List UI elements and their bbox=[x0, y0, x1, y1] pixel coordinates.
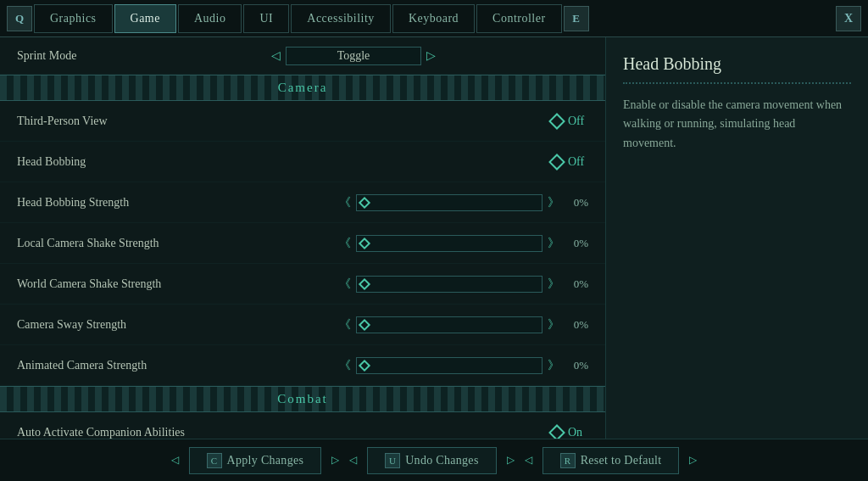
head-bobbing-value: Off bbox=[568, 155, 588, 169]
csway-thumb bbox=[359, 318, 370, 330]
local-camera-shake-label: Local Camera Shake Strength bbox=[17, 237, 339, 250]
reset-arrow-left: ◁ bbox=[525, 454, 532, 467]
third-person-view-value: Off bbox=[568, 115, 588, 128]
apply-arrow-left: ◁ bbox=[171, 454, 179, 467]
lcs-arrow-left[interactable]: 《 bbox=[339, 236, 351, 251]
main-content: Sprint Mode ◁ Toggle ▷ Camera Third-Pers… bbox=[0, 37, 868, 439]
acam-arrow-right[interactable]: 》 bbox=[548, 358, 559, 373]
sprint-arrow-right[interactable]: ▷ bbox=[426, 48, 436, 63]
apply-key: C bbox=[207, 453, 222, 468]
camera-sway-label: Camera Sway Strength bbox=[17, 318, 339, 332]
lcs-thumb bbox=[359, 237, 370, 249]
acam-arrow-left[interactable]: 《 bbox=[339, 358, 351, 373]
reset-to-default-button[interactable]: R Reset to Default bbox=[542, 447, 680, 474]
wcs-arrow-right[interactable]: 》 bbox=[548, 277, 559, 292]
camera-section-divider: Camera bbox=[0, 75, 605, 101]
hbs-thumb bbox=[359, 196, 370, 208]
local-camera-shake-control: 《 》 0% bbox=[339, 235, 588, 252]
hbs-value: 0% bbox=[565, 196, 588, 210]
tab-game[interactable]: Game bbox=[114, 4, 176, 33]
camera-sway-row: Camera Sway Strength 《 》 0% bbox=[0, 305, 605, 345]
info-panel: Head Bobbing Enable or disable the camer… bbox=[605, 37, 868, 439]
csway-value: 0% bbox=[565, 318, 588, 332]
head-bobbing-diamond-icon bbox=[548, 154, 565, 171]
local-camera-shake-row: Local Camera Shake Strength 《 》 0% bbox=[0, 223, 605, 264]
acam-track[interactable] bbox=[356, 357, 542, 374]
head-bobbing-label: Head Bobbing bbox=[17, 155, 551, 169]
hbs-arrow-left[interactable]: 《 bbox=[339, 195, 351, 210]
third-person-view-control[interactable]: Off bbox=[551, 115, 588, 128]
csway-arrow-right[interactable]: 》 bbox=[548, 317, 559, 333]
undo-arrow-left: ◁ bbox=[349, 454, 357, 467]
sprint-arrow-left[interactable]: ◁ bbox=[271, 48, 281, 63]
reset-label: Reset to Default bbox=[581, 454, 662, 467]
acam-thumb bbox=[359, 359, 370, 371]
animated-camera-row: Animated Camera Strength 《 》 0% bbox=[0, 345, 605, 386]
tab-accessibility[interactable]: Accessibility bbox=[291, 4, 391, 33]
camera-sway-control: 《 》 0% bbox=[339, 316, 588, 333]
nav-q-button[interactable]: Q bbox=[7, 6, 32, 31]
head-bobbing-strength-label: Head Bobbing Strength bbox=[17, 196, 339, 210]
nav-e-button[interactable]: E bbox=[564, 6, 589, 31]
csway-track[interactable] bbox=[356, 316, 542, 333]
sprint-mode-row: Sprint Mode ◁ Toggle ▷ bbox=[0, 37, 605, 75]
world-camera-shake-row: World Camera Shake Strength 《 》 0% bbox=[0, 264, 605, 305]
auto-activate-value: On bbox=[568, 426, 588, 439]
undo-key: U bbox=[385, 453, 400, 468]
lcs-arrow-right[interactable]: 》 bbox=[548, 236, 559, 251]
bottom-bar: ◁ C Apply Changes ▷ ◁ U Undo Changes ▷ ◁… bbox=[0, 439, 868, 481]
apply-label: Apply Changes bbox=[227, 454, 304, 467]
tab-keyboard[interactable]: Keyboard bbox=[392, 4, 475, 33]
wcs-thumb bbox=[359, 277, 370, 289]
auto-activate-diamond-icon bbox=[548, 424, 565, 439]
tab-graphics[interactable]: Graphics bbox=[34, 4, 113, 33]
head-bobbing-strength-row: Head Bobbing Strength 《 》 0% bbox=[0, 182, 605, 223]
undo-changes-button[interactable]: U Undo Changes bbox=[367, 447, 496, 474]
info-title: Head Bobbing bbox=[623, 54, 851, 74]
tab-audio[interactable]: Audio bbox=[178, 4, 242, 33]
third-person-view-label: Third-Person View bbox=[17, 115, 551, 128]
acam-value: 0% bbox=[565, 359, 588, 372]
tab-controller[interactable]: Controller bbox=[476, 4, 562, 33]
undo-arrow-right: ▷ bbox=[507, 454, 515, 467]
animated-camera-control: 《 》 0% bbox=[339, 357, 588, 374]
combat-section-title: Combat bbox=[14, 392, 592, 406]
tab-ui[interactable]: UI bbox=[243, 4, 289, 33]
info-divider bbox=[623, 82, 851, 84]
reset-key: R bbox=[560, 453, 576, 468]
sprint-toggle-value[interactable]: Toggle bbox=[286, 47, 422, 65]
csway-arrow-left[interactable]: 《 bbox=[339, 317, 351, 333]
hbs-arrow-right[interactable]: 》 bbox=[548, 195, 559, 210]
info-description: Enable or disable the camera movement wh… bbox=[623, 96, 851, 153]
auto-activate-companion-label: Auto Activate Companion Abilities bbox=[17, 426, 551, 439]
wcs-arrow-left[interactable]: 《 bbox=[339, 277, 351, 292]
apply-arrow-right: ▷ bbox=[331, 454, 339, 467]
close-button[interactable]: X bbox=[836, 6, 861, 31]
camera-section-title: Camera bbox=[14, 81, 592, 95]
auto-activate-companion-control[interactable]: On bbox=[551, 426, 588, 439]
world-camera-shake-label: World Camera Shake Strength bbox=[17, 277, 339, 291]
third-person-view-row: Third-Person View Off bbox=[0, 101, 605, 142]
head-bobbing-row: Head Bobbing Off bbox=[0, 142, 605, 182]
reset-arrow-right: ▷ bbox=[689, 454, 697, 467]
undo-label: Undo Changes bbox=[405, 454, 478, 467]
sprint-mode-label: Sprint Mode bbox=[17, 49, 119, 63]
head-bobbing-control[interactable]: Off bbox=[551, 155, 588, 169]
wcs-track[interactable] bbox=[356, 276, 542, 293]
lcs-track[interactable] bbox=[356, 235, 542, 252]
top-nav: Q Graphics Game Audio UI Accessibility K… bbox=[0, 0, 868, 37]
sprint-toggle-container: ◁ Toggle ▷ bbox=[119, 47, 588, 65]
world-camera-shake-control: 《 》 0% bbox=[339, 276, 588, 293]
lcs-value: 0% bbox=[565, 237, 588, 250]
settings-panel: Sprint Mode ◁ Toggle ▷ Camera Third-Pers… bbox=[0, 37, 605, 439]
wcs-value: 0% bbox=[565, 277, 588, 291]
animated-camera-label: Animated Camera Strength bbox=[17, 359, 339, 372]
hbs-track[interactable] bbox=[356, 194, 542, 211]
apply-changes-button[interactable]: C Apply Changes bbox=[189, 447, 322, 474]
auto-activate-companion-row: Auto Activate Companion Abilities On bbox=[0, 412, 605, 439]
head-bobbing-strength-control: 《 》 0% bbox=[339, 194, 588, 211]
third-person-diamond-icon bbox=[548, 113, 565, 130]
combat-section-divider: Combat bbox=[0, 386, 605, 412]
